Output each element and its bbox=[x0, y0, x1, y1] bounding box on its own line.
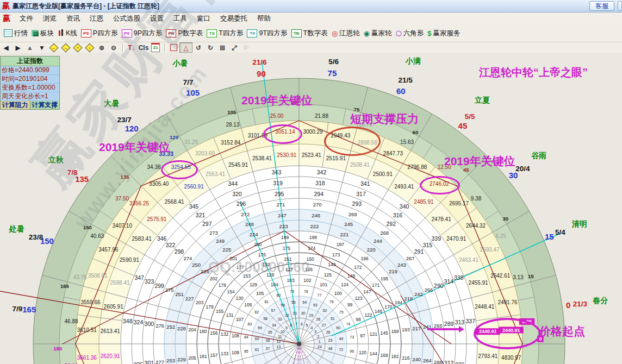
wheel-label: 3101.99 bbox=[248, 133, 268, 139]
wheel-label: 320 bbox=[232, 191, 242, 197]
toolbar-item-赢家服务[interactable]: $赢家服务 bbox=[427, 29, 460, 38]
toolbar-item-P四方形[interactable]: PSP四方形 bbox=[81, 29, 118, 38]
toolbar-item-9P四方形[interactable]: P99P四方形 bbox=[122, 29, 163, 38]
pan-up-icon[interactable]: ↑ bbox=[72, 43, 84, 52]
wheel-label: 2590.91 bbox=[120, 257, 140, 263]
menu-item-4[interactable]: 公式选股 bbox=[108, 13, 145, 24]
wheel-label: 25 bbox=[328, 338, 333, 342]
expand-icon[interactable]: ⤢ bbox=[228, 43, 240, 52]
menu-item-7[interactable]: 窗口 bbox=[192, 13, 215, 24]
menu-bar: 赢 文件浏览资讯江恩公式选股设置工具窗口交易委托帮助 bbox=[0, 12, 622, 25]
pan-down-icon[interactable]: ↓ bbox=[84, 43, 96, 52]
flag-icon[interactable]: ⚐ bbox=[240, 43, 252, 52]
wheel-label: 81 bbox=[264, 300, 269, 304]
wheel-label: 3.13 bbox=[513, 274, 524, 280]
wheel-label: 246 bbox=[312, 212, 320, 218]
nav-right-icon[interactable]: ▶ bbox=[12, 43, 24, 52]
wheel-label: 205 bbox=[189, 355, 196, 361]
toolbar-item-T数字表[interactable]: TNT数字表 bbox=[291, 29, 328, 38]
wheel-label: 122 bbox=[364, 312, 372, 318]
wheel-label: 3508.81 bbox=[88, 273, 108, 279]
toolbar-item-行情[interactable]: 行情 bbox=[4, 29, 28, 38]
time-axis-icon[interactable]: T↓ bbox=[126, 43, 138, 52]
板块-icon bbox=[32, 30, 39, 36]
rotate-cw-icon[interactable]: ↻ bbox=[204, 43, 216, 52]
drawing-toolbar: ◀▶▲▼←→↑↓⊕⊖T↓Cls21△↺↻⊠⤢⚐ bbox=[0, 42, 622, 53]
toolbar-item-板块[interactable]: 板块 bbox=[32, 29, 54, 38]
triangle-overlay-icon[interactable]: △ bbox=[179, 42, 192, 53]
wheel-label: 1 bbox=[319, 340, 321, 343]
menu-item-2[interactable]: 资讯 bbox=[61, 13, 85, 24]
toolbar-item-六角形[interactable]: ⬡六角形 bbox=[395, 29, 424, 38]
toolbar-item-T四方形[interactable]: TST四方形 bbox=[207, 29, 243, 38]
wheel-label: 157 bbox=[210, 353, 217, 358]
customer-service-button[interactable]: 客服 bbox=[589, 1, 614, 11]
wheel-label: 193 bbox=[402, 327, 409, 332]
wheel-label: 24 bbox=[318, 345, 322, 349]
toolbar-label: P数字表 bbox=[178, 29, 203, 38]
wheel-label: 337 bbox=[466, 318, 476, 324]
partial-button[interactable] bbox=[618, 1, 622, 11]
toolbar-item-9T四方形[interactable]: T99T四方形 bbox=[247, 29, 287, 38]
wheel-label: 340 bbox=[400, 203, 409, 210]
wheel-label: 153 bbox=[243, 273, 251, 279]
menu-item-3[interactable]: 江恩 bbox=[85, 13, 108, 24]
wheel-label: 296 bbox=[237, 200, 246, 207]
nav-left-icon[interactable]: ◀ bbox=[0, 43, 12, 52]
calendar-icon[interactable]: 21 bbox=[150, 43, 161, 52]
wheel-label: 317 bbox=[356, 191, 366, 197]
menu-item-6[interactable]: 工具 bbox=[169, 13, 192, 24]
title-bar: 赢 赢家江恩专业版[赢家服务平台] - [上证指数 江恩轮] 客服 bbox=[0, 0, 622, 12]
wheel-label: 75 bbox=[339, 310, 344, 314]
wheel-label: 225 bbox=[222, 247, 231, 253]
cls-icon[interactable]: Cls bbox=[138, 43, 150, 52]
toolbar-label: P四方形 bbox=[93, 29, 118, 38]
toolbar-item-赢家轮[interactable]: ◉赢家轮 bbox=[364, 29, 392, 38]
wheel-label: 2440.91 bbox=[502, 328, 520, 333]
wheel-label: 169 bbox=[391, 329, 399, 334]
pan-right-icon[interactable]: → bbox=[60, 43, 72, 52]
wheel-label: 2493.41 bbox=[394, 184, 414, 190]
wheel-label: 2530.91 bbox=[277, 152, 297, 158]
zoom-out-icon[interactable]: ⊖ bbox=[108, 43, 120, 52]
nav-up-icon[interactable]: ▲ bbox=[24, 43, 36, 52]
pan-left-icon[interactable]: ← bbox=[48, 43, 60, 52]
wheel-label: 221 bbox=[340, 231, 349, 237]
wheel-label: 249 bbox=[216, 238, 225, 244]
toolbar-separator bbox=[164, 43, 165, 52]
toolbar-item-P数字表[interactable]: PNP数字表 bbox=[166, 29, 203, 38]
wheel-label: 12 bbox=[276, 340, 281, 343]
menu-item-5[interactable]: 设置 bbox=[145, 13, 169, 24]
wheel-label: 271 bbox=[276, 202, 285, 208]
wheel-label: 2793.41 bbox=[478, 353, 498, 359]
wheel-label: 127 bbox=[285, 267, 293, 272]
rotate-ccw-icon[interactable]: ↺ bbox=[192, 43, 204, 52]
menu-item-1[interactable]: 浏览 bbox=[38, 13, 61, 24]
wheel-label: 61 bbox=[255, 348, 259, 352]
wheel-label: 104 bbox=[271, 282, 278, 287]
zoom-in-icon[interactable]: ⊕ bbox=[96, 43, 108, 52]
toolbar-item-江恩轮[interactable]: ◎江恩轮 bbox=[332, 29, 360, 38]
wheel-label: 9 bbox=[285, 326, 288, 330]
toolbar-item-K线[interactable]: K线 bbox=[58, 29, 77, 38]
wheel-label: 50 bbox=[336, 326, 340, 330]
wheel-label: 109 bbox=[232, 350, 239, 355]
calc-support-button[interactable]: 计算支撑 bbox=[30, 101, 60, 109]
wheel-label: 107 bbox=[236, 317, 244, 322]
wheel-label: 2500.91 bbox=[373, 171, 393, 177]
calc-resistance-button[interactable]: 计算阻力 bbox=[1, 101, 30, 109]
wheel-label: 266 bbox=[424, 287, 433, 293]
nav-down-icon[interactable]: ▼ bbox=[36, 43, 48, 52]
wheel-label: 321 bbox=[196, 212, 206, 218]
menu-item-8[interactable]: 交易委托 bbox=[215, 13, 252, 24]
wheel-label: 219 bbox=[389, 268, 397, 274]
赢家服务-icon: $ bbox=[427, 29, 431, 37]
wheel-label: 121 bbox=[370, 331, 377, 337]
wheel-label: 84 bbox=[244, 335, 248, 339]
box-x-icon[interactable]: ⊠ bbox=[216, 43, 228, 52]
square-overlay-icon[interactable] bbox=[167, 43, 179, 52]
menu-item-0[interactable]: 文件 bbox=[15, 13, 38, 24]
menu-item-9[interactable]: 帮助 bbox=[252, 13, 276, 24]
wheel-label: 2455.91 bbox=[468, 280, 488, 286]
toolbar-label: K线 bbox=[66, 29, 77, 38]
